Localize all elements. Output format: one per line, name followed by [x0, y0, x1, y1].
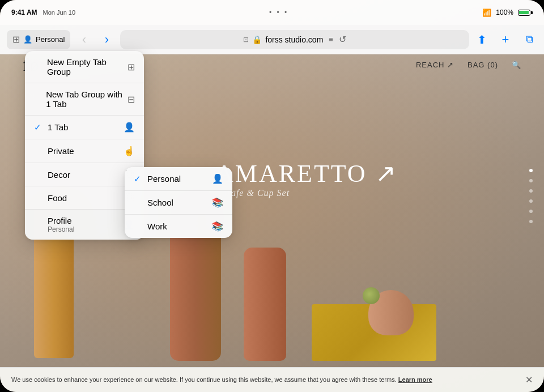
cookie-close-button[interactable]: ✕	[525, 374, 533, 385]
share-icon: ⬆	[477, 33, 487, 46]
refresh-icon[interactable]: ↺	[339, 34, 346, 45]
new-empty-tab-icon: ⊞	[128, 62, 135, 73]
scroll-dots	[529, 169, 533, 223]
private-left: Private	[34, 146, 74, 156]
scroll-dot-5[interactable]	[529, 210, 533, 213]
profile-school-left: School	[134, 198, 173, 207]
back-icon: ‹	[82, 32, 86, 47]
new-empty-tab-group-label: New Empty Tab Group	[47, 57, 128, 76]
battery-icon	[518, 10, 533, 16]
one-tab-item[interactable]: ✓ 1 Tab 👤	[25, 116, 144, 139]
status-time: 9:41 AM	[11, 8, 37, 16]
hero-section: AMARETTO ↗ Carafe & Cup Set	[215, 159, 398, 198]
cookie-text: We use cookies to enhance your experienc…	[11, 376, 397, 383]
one-tab-label: 1 Tab	[48, 122, 68, 132]
hero-subtitle: Carafe & Cup Set	[215, 188, 398, 198]
personal-icon: 👤	[212, 173, 223, 184]
battery-percent: 100%	[496, 8, 513, 16]
reader-mode-icon: ≡	[329, 35, 333, 44]
scroll-dot-3[interactable]	[529, 189, 533, 193]
status-right: 📶 100%	[482, 8, 533, 17]
tabs-icon: ⧉	[526, 33, 533, 45]
profile-submenu: ✓ Personal 👤 School 📚 Work 📚	[125, 167, 232, 238]
new-tab-group-label: New Tab Group with 1 Tab	[46, 90, 128, 109]
tab-profile-icon: 👤	[23, 35, 32, 44]
toolbar: ⊞ 👤 Personal ‹ › ⊡ 🔒 forss studio.com ≡ …	[0, 25, 544, 54]
tab-switcher-icon: ⊞	[12, 34, 20, 45]
private-icon: ☝	[124, 146, 135, 156]
nav-bag[interactable]: BAG (0)	[468, 61, 498, 69]
forward-button[interactable]: ›	[97, 31, 116, 49]
back-button[interactable]: ‹	[75, 31, 93, 49]
decor-left: Decor	[34, 170, 70, 180]
tab-view-icon: ⊡	[243, 36, 249, 44]
food-label: Food	[48, 193, 67, 203]
new-empty-tab-group-left: New Empty Tab Group	[34, 57, 128, 76]
cookie-banner: We use cookies to enhance your experienc…	[0, 367, 544, 392]
scroll-dot-6[interactable]	[529, 220, 533, 223]
status-left: 9:41 AM Mon Jun 10	[11, 8, 75, 16]
new-empty-tab-group-item[interactable]: New Empty Tab Group ⊞	[25, 51, 144, 83]
one-tab-icon: 👤	[124, 122, 135, 133]
address-lock-icon: 🔒	[252, 35, 262, 44]
forward-icon: ›	[105, 32, 109, 47]
food-left: Food	[34, 193, 67, 203]
scroll-dot-4[interactable]	[529, 199, 533, 203]
profile-left: Profile Personal	[34, 216, 74, 233]
profile-school-item[interactable]: School 📚	[125, 191, 232, 215]
plus-icon: +	[502, 32, 509, 47]
status-bar: 9:41 AM Mon Jun 10 • • • 📶 100%	[0, 0, 544, 25]
profile-sub-label: Personal	[48, 225, 74, 233]
new-tab-group-icon: ⊟	[128, 94, 135, 105]
new-tab-group-left: New Tab Group with 1 Tab	[34, 90, 128, 109]
one-tab-check: ✓	[34, 122, 43, 133]
olive-object	[363, 287, 380, 304]
status-center: • • •	[269, 8, 288, 16]
work-icon: 📚	[212, 221, 223, 232]
profile-label: Profile	[48, 216, 72, 225]
toolbar-right-buttons: ⬆ + ⧉	[474, 32, 537, 48]
ipad-frame: førs REACH ↗ BAG (0) 🔍 AMARETTO ↗ Carafe…	[0, 0, 544, 392]
personal-label: Personal	[147, 174, 181, 184]
work-label: Work	[147, 221, 167, 231]
status-date: Mon Jun 10	[43, 9, 75, 16]
tab-label: Personal	[36, 35, 65, 44]
school-icon: 📚	[212, 197, 223, 208]
nav-search-icon[interactable]: 🔍	[512, 61, 521, 69]
tab-switcher-button[interactable]: ⊞ 👤 Personal	[7, 30, 70, 49]
hero-title: AMARETTO ↗	[215, 159, 398, 188]
cookie-learn-more[interactable]: Learn more	[398, 376, 432, 383]
new-tab-button[interactable]: +	[498, 32, 513, 48]
profile-personal-item[interactable]: ✓ Personal 👤	[125, 167, 232, 191]
nav-reach[interactable]: REACH ↗	[416, 61, 454, 69]
tab-overview-button[interactable]: ⧉	[521, 32, 537, 48]
decor-label: Decor	[48, 170, 70, 180]
vase-small-object	[244, 248, 286, 361]
scroll-dot-1[interactable]	[529, 169, 533, 172]
private-item[interactable]: Private ☝	[25, 139, 144, 163]
cookie-banner-text: We use cookies to enhance your experienc…	[11, 376, 516, 384]
profile-work-item[interactable]: Work 📚	[125, 215, 232, 238]
personal-check: ✓	[134, 174, 143, 184]
wifi-icon: 📶	[482, 8, 491, 17]
profile-work-left: Work	[134, 221, 167, 231]
profile-personal-left: ✓ Personal	[134, 174, 181, 184]
one-tab-left: ✓ 1 Tab	[34, 122, 68, 133]
scroll-dot-2[interactable]	[529, 179, 533, 182]
new-tab-group-with-tab-item[interactable]: New Tab Group with 1 Tab ⊟	[25, 83, 144, 116]
school-label: School	[147, 198, 173, 207]
website-nav-right: REACH ↗ BAG (0) 🔍	[416, 61, 521, 69]
profile-text: Profile Personal	[48, 216, 74, 233]
address-bar[interactable]: ⊡ 🔒 forss studio.com ≡ ↺	[120, 30, 469, 49]
share-button[interactable]: ⬆	[474, 32, 490, 48]
address-text: forss studio.com	[265, 35, 323, 44]
private-label: Private	[48, 146, 74, 156]
